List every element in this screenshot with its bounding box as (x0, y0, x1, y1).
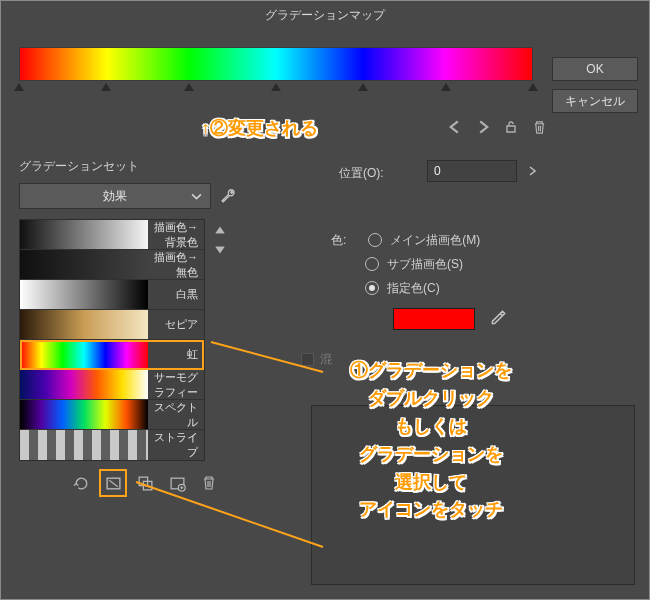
cancel-button[interactable]: キャンセル (552, 89, 638, 113)
chevron-down-icon (191, 191, 202, 202)
apply-gradient-icon[interactable] (103, 473, 123, 493)
gradient-preset-swatch (20, 340, 148, 369)
gradient-preset-label: 虹 (148, 347, 204, 362)
gradient-stop-marker[interactable] (358, 83, 368, 93)
gradient-preview-bar[interactable] (19, 47, 533, 81)
move-up-icon[interactable] (211, 223, 229, 237)
list-reorder-arrows (211, 219, 229, 461)
gradient-preset-label: 白黒 (148, 287, 204, 302)
gradient-preset-list: 描画色→背景色描画色→無色白黒セピア虹サーモグラフィースペクトルストライプ (19, 219, 205, 461)
wrench-icon[interactable] (217, 185, 239, 207)
specified-color-swatch[interactable] (393, 308, 475, 330)
gradient-preset-label: スペクトル (148, 400, 204, 430)
gradient-preset-label: 描画色→背景色 (148, 220, 204, 250)
gradient-preset-swatch (20, 250, 148, 279)
ok-button[interactable]: OK (552, 57, 638, 81)
radio-specified-color-label: 指定色(C) (387, 280, 440, 297)
window-title: グラデーションマップ (1, 1, 649, 29)
gradient-preset-swatch (20, 370, 148, 399)
lock-icon[interactable] (502, 118, 520, 136)
option-checkbox[interactable] (301, 353, 314, 366)
color-label: 色: (331, 232, 346, 249)
gradient-stop-marker[interactable] (271, 83, 281, 93)
prev-stop-icon[interactable] (446, 118, 464, 136)
gradient-preset-label: 描画色→無色 (148, 250, 204, 280)
gradient-set-panel: グラデーションセット 効果 描画色→背景色描画色→無色白黒セピア虹サーモグラフィ… (19, 158, 239, 493)
gradient-preset-swatch (20, 400, 148, 429)
add-preset-icon[interactable] (167, 473, 187, 493)
gradient-preset-item[interactable]: 描画色→無色 (20, 250, 204, 280)
gradient-set-title: グラデーションセット (19, 158, 239, 175)
gradient-preset-item[interactable]: スペクトル (20, 400, 204, 430)
gradient-preset-item[interactable]: サーモグラフィー (20, 370, 204, 400)
gradient-preset-item[interactable]: セピア (20, 310, 204, 340)
gradient-preset-swatch (20, 280, 148, 309)
position-input[interactable] (427, 160, 517, 182)
gradient-preset-swatch (20, 220, 148, 249)
delete-preset-icon[interactable] (199, 473, 219, 493)
radio-sub-color[interactable] (365, 257, 379, 271)
color-source-group: 色: メイン描画色(M) サブ描画色(S) 指定色(C) (331, 228, 480, 300)
gradient-preset-swatch (20, 310, 148, 339)
annotation-changed: ↑②変更される (201, 115, 318, 143)
gradient-preset-item[interactable]: ストライプ (20, 430, 204, 460)
gradient-preset-label: セピア (148, 317, 204, 332)
secondary-panel (311, 405, 635, 585)
trash-icon[interactable] (530, 118, 548, 136)
option-checkbox-row: 混 (301, 351, 332, 368)
radio-main-color-label: メイン描画色(M) (390, 232, 480, 249)
option-checkbox-label: 混 (320, 351, 332, 368)
radio-sub-color-label: サブ描画色(S) (387, 256, 463, 273)
gradient-stop-marker[interactable] (101, 83, 111, 93)
position-step-icon[interactable] (523, 160, 541, 182)
gradient-preview-fill (20, 48, 532, 80)
gradient-stop-markers (19, 83, 533, 95)
gradient-set-select[interactable]: 効果 (19, 183, 211, 209)
gradient-stop-marker[interactable] (441, 83, 451, 93)
gradient-stop-marker[interactable] (14, 83, 24, 93)
gradient-stop-marker[interactable] (184, 83, 194, 93)
position-label: 位置(O): (339, 165, 384, 182)
duplicate-icon[interactable] (135, 473, 155, 493)
reset-icon[interactable] (71, 473, 91, 493)
next-stop-icon[interactable] (474, 118, 492, 136)
radio-specified-color[interactable] (365, 281, 379, 295)
eyedropper-icon[interactable] (487, 307, 509, 329)
gradient-tools-row (446, 116, 548, 138)
gradient-preset-item[interactable]: 虹 (20, 340, 204, 370)
gradient-preset-label: サーモグラフィー (148, 370, 204, 400)
gradient-preset-item[interactable]: 白黒 (20, 280, 204, 310)
move-down-icon[interactable] (211, 243, 229, 257)
radio-main-color[interactable] (368, 233, 382, 247)
preset-action-row (19, 473, 239, 493)
gradient-preset-label: ストライプ (148, 430, 204, 460)
gradient-stop-marker[interactable] (528, 83, 538, 93)
gradient-preset-swatch (20, 430, 148, 460)
gradient-preset-item[interactable]: 描画色→背景色 (20, 220, 204, 250)
gradient-set-selected: 効果 (103, 188, 127, 205)
